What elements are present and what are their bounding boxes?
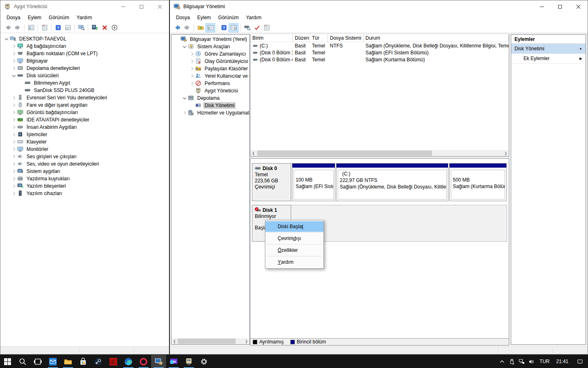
tree-item[interactable]: Disk sürücüleri xyxy=(1,72,169,79)
back-toolbar-icon[interactable] xyxy=(3,23,13,32)
tree-item[interactable]: SanDisk SSD PLUS 240GB xyxy=(1,87,169,94)
tray-network-icon[interactable] xyxy=(517,355,526,368)
taskbar-opera-icon[interactable] xyxy=(136,355,151,368)
properties-toolbar-icon[interactable] xyxy=(40,23,49,32)
tree-item[interactable]: Hizmetler ve Uygulamalar xyxy=(172,109,249,117)
chevron-collapsed-icon[interactable] xyxy=(11,168,17,175)
toggle-actions-toolbar-icon[interactable] xyxy=(229,23,238,32)
tree-item[interactable]: Depolama denetleyicileri xyxy=(1,65,169,72)
column-header-durum[interactable]: Durum xyxy=(363,34,509,42)
close-button[interactable] xyxy=(569,0,588,13)
tray-volume-icon[interactable] xyxy=(526,355,536,368)
chevron-collapsed-icon[interactable] xyxy=(189,58,195,65)
menu-dosya[interactable]: Dosya xyxy=(172,13,194,22)
chevron-collapsed-icon[interactable] xyxy=(11,146,17,153)
computer-management-titlebar[interactable]: Bilgisayar Yönetimi xyxy=(170,0,588,13)
forward-toolbar-icon[interactable] xyxy=(13,23,22,32)
maximize-button[interactable] xyxy=(132,0,151,13)
tree-item[interactable]: Yazdırma kuyrukları xyxy=(1,175,169,182)
tree-item[interactable]: Yazılım bileşenleri xyxy=(1,182,169,190)
actions-section-disk-management[interactable]: Disk Yönetimi ▲ xyxy=(511,44,586,54)
action-center-icon[interactable] xyxy=(575,355,585,368)
menu-dosya[interactable]: Dosya xyxy=(3,13,24,22)
volume-row[interactable]: (C:)BasitTemelNTFSSağlam (Önyükleme, Dis… xyxy=(250,42,509,49)
chevron-collapsed-icon[interactable] xyxy=(11,139,17,145)
tray-chevron-up-icon[interactable] xyxy=(497,355,507,368)
taskbar-steam-icon[interactable] xyxy=(91,355,106,368)
tree-item[interactable]: İşlemciler xyxy=(1,131,169,138)
chevron-collapsed-icon[interactable] xyxy=(189,66,195,72)
chevron-collapsed-icon[interactable] xyxy=(11,102,17,108)
chevron-collapsed-icon[interactable] xyxy=(11,161,17,167)
menu-item-properties[interactable]: Özellikler xyxy=(265,245,323,256)
scroll-thumb[interactable] xyxy=(178,339,236,344)
chevron-collapsed-icon[interactable] xyxy=(11,95,17,101)
menu-grnm[interactable]: Görünüm xyxy=(45,13,73,22)
chevron-expanded-icon[interactable] xyxy=(181,44,187,50)
tree-item[interactable]: Fare ve diğer işaret aygıtları xyxy=(1,101,169,109)
chevron-collapsed-icon[interactable] xyxy=(11,65,17,72)
taskbar-start-icon[interactable] xyxy=(0,355,15,368)
collapse-arrow-icon[interactable]: ▲ xyxy=(579,47,582,50)
menu-item-help[interactable]: Yardım xyxy=(265,257,323,267)
minimize-button[interactable] xyxy=(532,0,551,13)
menu-eylem[interactable]: Eylem xyxy=(24,13,45,22)
tree-item[interactable]: Görev Zamanlayıcı xyxy=(172,50,249,58)
disable-toolbar-icon[interactable] xyxy=(109,23,119,32)
scroll-right-arrow[interactable]: ❭ xyxy=(243,338,249,344)
menu-yardm[interactable]: Yardım xyxy=(73,13,96,22)
taskbar-mail-icon[interactable] xyxy=(45,355,60,368)
partition-c[interactable]: (C:) 222,97 GB NTFS Sağlam (Önyükleme, D… xyxy=(336,163,448,201)
chevron-collapsed-icon[interactable] xyxy=(11,154,17,160)
column-header-birim[interactable]: Birim xyxy=(250,34,293,42)
taskbar-dragon-center-icon[interactable] xyxy=(106,355,121,368)
tree-item[interactable]: Monitörler xyxy=(1,146,169,153)
taskbar-edge-icon[interactable] xyxy=(121,355,136,368)
tree-item[interactable]: IDE ATA/ATAPI denetleyiciler xyxy=(1,116,169,123)
tree-item[interactable]: Bilinmeyen Aygıt xyxy=(1,79,169,87)
partition-recovery[interactable]: 500 MB Sağlam (Kurtarma Bölür xyxy=(449,163,507,201)
actions-item-more-actions[interactable]: Ek Eylemler ▶ xyxy=(511,54,586,64)
volume-row[interactable]: (Disk 0 Bölüm 1)BasitTemelSağlam (EFI Si… xyxy=(250,49,509,56)
menu-yardm[interactable]: Yardım xyxy=(242,13,265,22)
column-header-fs[interactable]: Dosya Sistemi xyxy=(328,34,363,42)
chevron-collapsed-icon[interactable] xyxy=(11,58,17,64)
taskbar-settings-icon[interactable] xyxy=(196,355,212,368)
toggle-tree-toolbar-icon[interactable] xyxy=(205,23,215,32)
tree-item[interactable]: DESKTOP-TAAEVGL xyxy=(1,35,169,43)
scroll-thumb[interactable] xyxy=(257,150,432,156)
chevron-collapsed-icon[interactable] xyxy=(11,124,17,130)
help-toolbar-icon[interactable]: ? xyxy=(53,23,63,32)
tree-item[interactable]: Klavyeler xyxy=(1,138,169,146)
chevron-collapsed-icon[interactable] xyxy=(181,110,187,116)
scroll-left-arrow[interactable]: ❬ xyxy=(172,338,178,344)
volume-list-hscrollbar[interactable]: ❬ ❭ xyxy=(250,150,509,156)
rescan-toolbar-icon[interactable] xyxy=(242,23,252,32)
chevron-collapsed-icon[interactable] xyxy=(189,73,195,79)
tray-language[interactable]: TUR xyxy=(536,359,553,364)
tree-item[interactable]: İnsan Arabirim Aygıtları xyxy=(1,123,169,131)
column-header-tur[interactable]: Tür xyxy=(310,34,328,42)
tree-item[interactable]: Olay Görüntüleyicisi xyxy=(172,58,249,65)
list-view-toolbar-icon[interactable] xyxy=(63,23,73,32)
chevron-expanded-icon[interactable] xyxy=(3,36,9,42)
tree-item[interactable]: Yazılım cihazları xyxy=(1,190,169,197)
tree-item[interactable]: Yerel Kullanıcılar ve Gruplar xyxy=(172,72,249,80)
back-blue-toolbar-icon[interactable] xyxy=(172,23,182,32)
partition-efi[interactable]: 100 MB Sağlam (EFI Siste xyxy=(292,163,335,201)
forward-toolbar-icon[interactable] xyxy=(182,23,192,32)
taskbar-device-manager-icon[interactable] xyxy=(181,355,196,368)
mark-active-toolbar-icon[interactable] xyxy=(252,23,262,32)
update-driver-toolbar-icon[interactable] xyxy=(90,23,100,32)
tree-item[interactable]: Evrensel Seri Veri Yolu denetleyicileri xyxy=(1,94,169,101)
tree-item[interactable]: Görüntü bağdaştırıcıları xyxy=(1,109,169,116)
tree-item[interactable]: Sistem Araçları xyxy=(172,43,249,50)
scroll-left-arrow[interactable]: ❬ xyxy=(250,150,256,156)
scroll-right-arrow[interactable]: ❭ xyxy=(503,150,509,156)
disk0-label-panel[interactable]: Disk 0 Temel 223,56 GB Çevrimiçi xyxy=(252,163,291,201)
taskbar-explorer-icon[interactable] xyxy=(60,355,76,368)
tree-item[interactable]: Performans xyxy=(172,80,249,87)
tree-item[interactable]: Disk Yönetimi xyxy=(172,102,249,109)
chevron-collapsed-icon[interactable] xyxy=(11,43,17,49)
volume-row[interactable]: (Disk 0 Bölüm 4)BasitTemelSağlam (Kurtar… xyxy=(250,56,509,63)
